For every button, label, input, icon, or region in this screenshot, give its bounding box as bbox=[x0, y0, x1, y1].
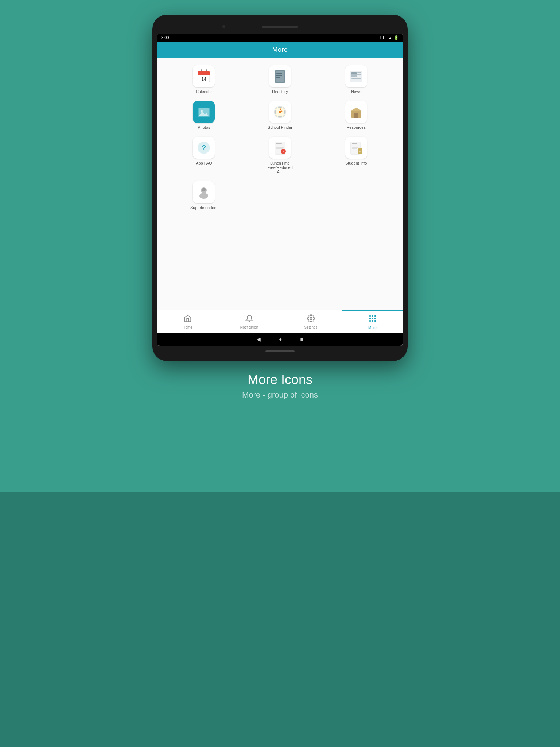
svg-rect-37 bbox=[276, 148, 283, 149]
main-content: 14 Calendar bbox=[157, 58, 403, 310]
svg-rect-45 bbox=[352, 148, 357, 149]
svg-rect-60 bbox=[374, 320, 376, 322]
news-item[interactable]: News bbox=[320, 65, 392, 94]
photos-item[interactable]: Photos bbox=[168, 101, 240, 129]
tablet-top-bar bbox=[157, 21, 403, 32]
app-faq-label: App FAQ bbox=[196, 161, 212, 165]
caption-subtitle: More - group of icons bbox=[242, 390, 318, 400]
svg-rect-34 bbox=[276, 143, 282, 144]
svg-rect-43 bbox=[352, 146, 358, 146]
status-bar: 8:00 LTE ▲ 🔋 bbox=[157, 34, 403, 42]
nav-notification-label: Notification bbox=[240, 325, 258, 329]
svg-rect-53 bbox=[372, 315, 373, 317]
svg-rect-13 bbox=[351, 72, 357, 74]
nav-more[interactable]: More bbox=[342, 310, 403, 333]
status-right: LTE ▲ 🔋 bbox=[380, 35, 399, 40]
svg-point-51 bbox=[310, 317, 312, 320]
svg-rect-57 bbox=[374, 318, 376, 319]
svg-text:✎: ✎ bbox=[359, 150, 361, 154]
svg-rect-17 bbox=[351, 80, 359, 80]
header-title: More bbox=[272, 46, 288, 53]
tablet-camera bbox=[222, 25, 225, 28]
superintendent-label: Supertinendent bbox=[190, 205, 218, 210]
svg-rect-9 bbox=[276, 75, 282, 76]
home-button[interactable]: ● bbox=[279, 336, 282, 342]
svg-rect-56 bbox=[372, 318, 373, 319]
resources-item[interactable]: Resources bbox=[320, 101, 392, 129]
nav-settings-label: Settings bbox=[304, 325, 317, 329]
student-info-item[interactable]: ✎ Student Info bbox=[320, 137, 392, 174]
lunchtime-label: LunchTime Free/Reduced A... bbox=[265, 161, 295, 174]
svg-rect-2 bbox=[198, 74, 210, 75]
recents-button[interactable]: ■ bbox=[300, 336, 303, 342]
bottom-nav: Home Notification Sett bbox=[157, 310, 403, 333]
nav-notification[interactable]: Notification bbox=[218, 310, 280, 333]
svg-rect-14 bbox=[357, 72, 361, 73]
svg-rect-38 bbox=[276, 151, 280, 151]
news-label: News bbox=[351, 89, 361, 94]
news-icon-box bbox=[345, 65, 367, 87]
photos-icon-box bbox=[193, 101, 215, 123]
svg-rect-52 bbox=[369, 315, 371, 317]
tablet-bottom-bar bbox=[157, 347, 403, 355]
settings-icon bbox=[307, 314, 315, 324]
svg-text:14: 14 bbox=[202, 77, 207, 82]
home-icon bbox=[184, 314, 192, 324]
tablet-home-indicator bbox=[265, 350, 295, 352]
tablet-speaker bbox=[262, 26, 298, 28]
app-faq-icon-box: ? bbox=[193, 137, 215, 159]
svg-rect-30 bbox=[354, 113, 358, 118]
calendar-icon-box: 14 bbox=[193, 65, 215, 87]
battery-indicator: 🔋 bbox=[394, 35, 399, 40]
student-info-icon-box: ✎ bbox=[345, 137, 367, 159]
nav-home-label: Home bbox=[183, 325, 192, 329]
school-finder-label: School Finder bbox=[268, 125, 292, 129]
android-bar: ◀ ● ■ bbox=[157, 333, 403, 346]
directory-label: Directory bbox=[272, 89, 288, 94]
school-finder-item[interactable]: School Finder bbox=[244, 101, 316, 129]
svg-rect-8 bbox=[276, 73, 282, 74]
nav-settings[interactable]: Settings bbox=[280, 310, 342, 333]
directory-item[interactable]: Directory bbox=[244, 65, 316, 94]
tablet-device: 8:00 LTE ▲ 🔋 More bbox=[152, 15, 408, 361]
svg-rect-15 bbox=[357, 74, 361, 75]
svg-point-26 bbox=[279, 111, 281, 113]
signal-indicator: LTE ▲ bbox=[380, 35, 392, 40]
calendar-item[interactable]: 14 Calendar bbox=[168, 65, 240, 94]
svg-text:✓: ✓ bbox=[282, 150, 285, 154]
screen: 8:00 LTE ▲ 🔋 More bbox=[157, 34, 403, 346]
svg-rect-59 bbox=[372, 320, 373, 322]
svg-point-49 bbox=[202, 188, 206, 191]
superintendent-item[interactable]: Supertinendent bbox=[168, 181, 240, 210]
svg-rect-16 bbox=[351, 78, 361, 79]
back-button[interactable]: ◀ bbox=[257, 336, 261, 342]
svg-rect-55 bbox=[369, 318, 371, 319]
school-finder-icon-box bbox=[269, 101, 291, 123]
app-faq-item[interactable]: ? App FAQ bbox=[168, 137, 240, 174]
nav-more-label: More bbox=[368, 326, 377, 330]
superintendent-icon-box bbox=[193, 181, 215, 203]
svg-rect-10 bbox=[276, 77, 280, 78]
lunchtime-item[interactable]: ✓ LunchTime Free/Reduced A... bbox=[244, 137, 316, 174]
resources-label: Resources bbox=[346, 125, 366, 129]
directory-icon-box bbox=[269, 65, 291, 87]
app-header: More bbox=[157, 42, 403, 58]
resources-icon-box bbox=[345, 101, 367, 123]
svg-point-20 bbox=[201, 110, 203, 112]
svg-rect-54 bbox=[374, 315, 376, 317]
status-time: 8:00 bbox=[161, 35, 169, 40]
calendar-label: Calendar bbox=[196, 89, 212, 94]
svg-point-50 bbox=[199, 193, 208, 199]
notification-icon bbox=[245, 314, 253, 324]
caption-title: More Icons bbox=[242, 372, 318, 387]
lunchtime-icon-box: ✓ bbox=[269, 137, 291, 159]
svg-text:?: ? bbox=[202, 144, 206, 152]
svg-rect-35 bbox=[276, 146, 284, 146]
icon-grid: 14 Calendar bbox=[168, 65, 392, 210]
svg-rect-42 bbox=[352, 143, 357, 144]
svg-rect-36 bbox=[276, 147, 284, 148]
nav-home[interactable]: Home bbox=[157, 310, 218, 333]
more-icon bbox=[368, 314, 377, 325]
caption: More Icons More - group of icons bbox=[242, 372, 318, 400]
svg-marker-29 bbox=[351, 108, 361, 111]
